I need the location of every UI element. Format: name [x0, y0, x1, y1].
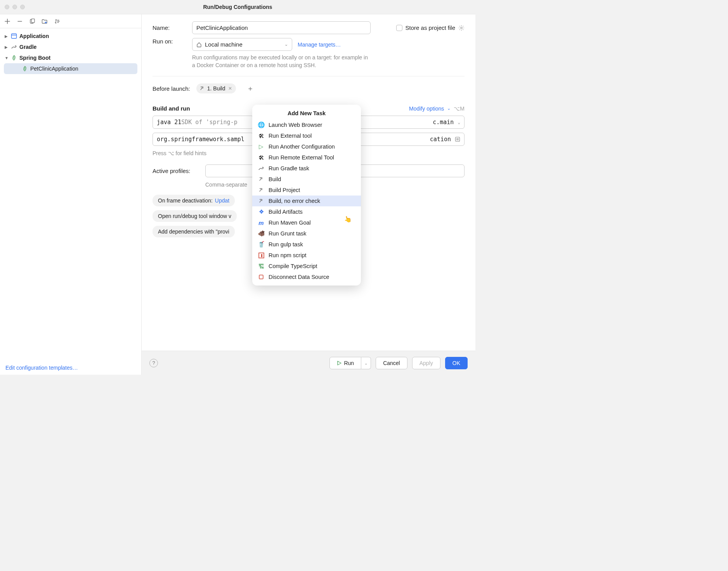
- jdk-field[interactable]: java 21 SDK of 'spring-p: [153, 116, 253, 129]
- svg-rect-1: [31, 19, 35, 22]
- hammer-icon: [258, 187, 265, 194]
- before-launch-chip[interactable]: 1. Build ✕: [196, 83, 236, 93]
- titlebar: Run/Debug Configurations: [0, 0, 475, 14]
- popup-item-typescript[interactable]: 🏗Compile TypeScript: [252, 261, 361, 272]
- popup-item-disconnect-ds[interactable]: Disconnect Data Source: [252, 272, 361, 282]
- pill-add-dependencies[interactable]: Add dependencies with "provi: [153, 226, 235, 237]
- edit-templates-link[interactable]: Edit configuration templates…: [5, 365, 78, 371]
- tree-node-spring-boot[interactable]: ▼ Spring Boot: [0, 52, 141, 63]
- svg-rect-6: [261, 254, 262, 257]
- sidebar-toolbar: [0, 14, 141, 28]
- pill-open-tool-window[interactable]: Open run/debug tool window v: [153, 210, 237, 222]
- traffic-lights: [5, 5, 25, 9]
- help-icon[interactable]: ?: [149, 359, 158, 367]
- runon-hint: Run configurations may be executed local…: [192, 54, 371, 69]
- footer: ? Run ⌄ Cancel Apply OK: [142, 351, 475, 375]
- tree-node-application[interactable]: ▶ Application: [0, 31, 141, 42]
- hammer-icon: [199, 86, 205, 91]
- svg-rect-2: [12, 34, 17, 38]
- module-field[interactable]: org.springframework.sampl: [153, 133, 253, 146]
- run-button[interactable]: Run: [329, 357, 361, 369]
- gradle-icon: [258, 165, 265, 172]
- add-config-icon[interactable]: [4, 18, 11, 25]
- hammer-icon: [258, 176, 265, 183]
- remove-config-icon[interactable]: [16, 18, 23, 25]
- manage-targets-link[interactable]: Manage targets…: [298, 42, 341, 48]
- active-profiles-label: Active profiles:: [153, 168, 199, 174]
- play-icon: ▷: [258, 143, 265, 150]
- popup-item-launch-browser[interactable]: 🌐Launch Web Browser: [252, 119, 361, 130]
- modify-shortcut: ⌥M: [454, 106, 465, 112]
- body: ▶ Application ▶ Gradle ▼: [0, 14, 475, 375]
- tools-icon: 🛠: [258, 132, 265, 139]
- close-icon[interactable]: ✕: [228, 86, 232, 91]
- window-title: Run/Debug Configurations: [203, 4, 272, 10]
- folder-config-icon[interactable]: [41, 18, 48, 25]
- add-task-button[interactable]: ＋: [247, 84, 254, 93]
- runon-value: Local machine: [205, 41, 243, 48]
- gradle-icon: [11, 44, 17, 50]
- config-tree: ▶ Application ▶ Gradle ▼: [0, 28, 141, 361]
- copy-config-icon[interactable]: [29, 18, 36, 25]
- tree-label: Spring Boot: [19, 55, 50, 61]
- popup-item-build[interactable]: Build: [252, 174, 361, 185]
- build-run-title: Build and run: [153, 105, 190, 112]
- gear-icon[interactable]: [458, 25, 465, 31]
- popup-item-build-no-error[interactable]: Build, no error check: [252, 196, 361, 206]
- chevron-down-icon: ⌄: [458, 120, 460, 125]
- close-window-icon[interactable]: [5, 5, 9, 9]
- chip-label: 1. Build: [207, 85, 225, 92]
- minimize-window-icon[interactable]: [12, 5, 17, 9]
- tree-node-petclinic[interactable]: PetClinicApplication: [4, 63, 137, 74]
- typescript-icon: 🏗: [258, 263, 265, 270]
- tree-label: PetClinicApplication: [30, 66, 78, 72]
- disconnect-icon: [258, 273, 265, 280]
- name-input[interactable]: [192, 21, 371, 34]
- chevron-down-icon: ⌄: [284, 42, 288, 47]
- chevron-right-icon: ▶: [5, 34, 9, 38]
- tree-label: Application: [19, 33, 49, 39]
- runon-select[interactable]: Local machine ⌄: [192, 38, 292, 51]
- store-checkbox[interactable]: [396, 25, 402, 31]
- sidebar-footer: Edit configuration templates…: [0, 361, 141, 375]
- chevron-down-icon: ▼: [5, 56, 9, 60]
- list-icon[interactable]: [455, 137, 460, 142]
- chevron-down-icon: ⌄: [447, 106, 451, 111]
- tree-node-gradle[interactable]: ▶ Gradle: [0, 42, 141, 52]
- maven-icon: m: [258, 219, 265, 226]
- popup-title: Add New Task: [252, 109, 361, 119]
- popup-item-div542x[interactable]: 🐗Run Grunt task: [252, 228, 361, 239]
- name-row: Name: Store as project file: [153, 21, 465, 34]
- cancel-button[interactable]: Cancel: [376, 357, 407, 369]
- name-label: Name:: [153, 24, 186, 31]
- popup-item-npm[interactable]: Run npm script: [252, 250, 361, 261]
- chevron-right-icon: ▶: [5, 45, 9, 49]
- ok-button[interactable]: OK: [445, 357, 468, 369]
- popup-item-build-artifacts[interactable]: ❖Build Artifacts: [252, 206, 361, 217]
- artifacts-icon: ❖: [258, 208, 265, 215]
- globe-icon: 🌐: [258, 121, 265, 128]
- window: Run/Debug Configurations: [0, 0, 475, 375]
- npm-icon: [258, 252, 265, 259]
- svg-rect-7: [259, 275, 263, 279]
- runon-row: Run on: Local machine ⌄ Manage targets… …: [153, 38, 465, 69]
- hammer-icon: [258, 197, 265, 204]
- popup-item-gradle[interactable]: Run Gradle task: [252, 163, 361, 174]
- add-task-popup: Add New Task 🌐Launch Web Browser 🛠Run Ex…: [252, 105, 361, 286]
- popup-item-build-project[interactable]: Build Project: [252, 185, 361, 196]
- modify-options-link[interactable]: Modify options: [409, 106, 444, 112]
- sort-config-icon[interactable]: [54, 18, 61, 25]
- popup-item-gulp[interactable]: 🥤Run gulp task: [252, 239, 361, 250]
- pill-frame-deactivation[interactable]: On frame deactivation: Updat: [153, 195, 235, 206]
- popup-item-run-another[interactable]: ▷Run Another Configuration: [252, 141, 361, 152]
- before-launch-row: Before launch: 1. Build ✕ ＋: [153, 83, 465, 93]
- popup-item-remote-external[interactable]: 🛠Run Remote External Tool: [252, 152, 361, 163]
- run-dropdown[interactable]: ⌄: [361, 357, 371, 369]
- apply-button[interactable]: Apply: [412, 357, 440, 369]
- popup-item-external-tool[interactable]: 🛠Run External tool: [252, 130, 361, 141]
- zoom-window-icon[interactable]: [20, 5, 25, 9]
- spring-boot-icon: [11, 55, 17, 61]
- tools-icon: 🛠: [258, 154, 265, 161]
- divider: [153, 76, 465, 76]
- spring-boot-icon: [22, 66, 28, 72]
